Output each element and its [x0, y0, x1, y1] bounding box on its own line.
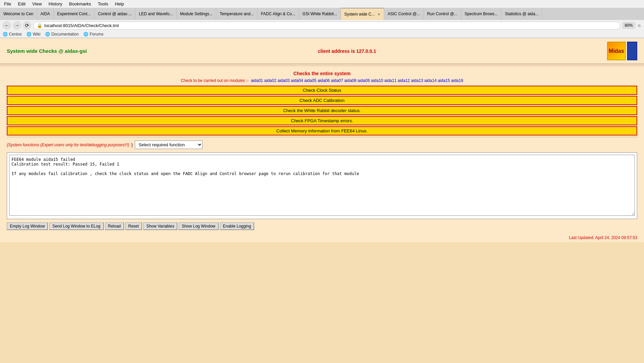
empty-log-button[interactable]: Empty Log Window [7, 222, 48, 230]
module-aida09[interactable]: aida09 [358, 78, 370, 83]
check-row-fpga: Check FPGA Timestamp errors. [7, 116, 637, 125]
module-links: aida01 aida02 aida03 aida04 aida05 aida0… [250, 78, 463, 83]
check-row-adc: Check ADC Calibration [7, 96, 637, 105]
forward-button[interactable]: → [13, 21, 21, 29]
tab-fadc[interactable]: FADC Align & Co... [257, 8, 299, 20]
star-icon[interactable]: ☆ [637, 23, 641, 28]
log-window: FEE64 module aida15 failed Calibration t… [7, 152, 637, 219]
tab-system-wide[interactable]: System wide C... ✕ [341, 8, 384, 20]
bookmarks-bar: 🌐 Centos 🌐 Wiki 🌐 Documentation 🌐 Forums [0, 31, 644, 38]
check-fpga-button[interactable]: Check FPGA Timestamp errors. [7, 117, 637, 125]
check-memory-button[interactable]: Collect Memory information from FEE64 Li… [7, 127, 637, 135]
menu-bookmarks[interactable]: Bookmarks [68, 1, 92, 7]
bookmark-wiki[interactable]: 🌐 Wiki [26, 32, 40, 37]
logo-area: Midas [607, 42, 637, 60]
tab-control[interactable]: Control @ aidas-... [95, 8, 136, 20]
check-row-wr: Check the White Rabbit decoder status. [7, 106, 637, 115]
page-header: System wide Checks @ aidas-gsi client ad… [0, 38, 644, 64]
check-clock-button[interactable]: Check Clock Status [7, 86, 637, 94]
module-aida07[interactable]: aida07 [331, 78, 343, 83]
system-functions-label: {System functions (Expert users only for… [7, 143, 129, 147]
send-log-elog-button[interactable]: Send Log Window to ELog [49, 222, 103, 230]
module-aida13[interactable]: aida13 [411, 78, 423, 83]
module-aida02[interactable]: aida02 [264, 78, 276, 83]
header-divider [0, 66, 644, 66]
show-variables-button[interactable]: Show Variables [143, 222, 178, 230]
select-function-dropdown[interactable]: Select required function [135, 141, 203, 149]
reload-button-bottom[interactable]: Reload [105, 222, 124, 230]
lock-icon: 🔒 [37, 23, 42, 28]
bookmark-centos[interactable]: 🌐 Centos [3, 32, 22, 37]
module-aida06[interactable]: aida06 [317, 78, 330, 83]
show-log-button[interactable]: Show Log Window [179, 222, 218, 230]
module-aida01[interactable]: aida01 [251, 78, 263, 83]
address-bar: ← → ⟳ 🔒 80% ☆ [0, 20, 644, 31]
browser-chrome: File Edit View History Bookmarks Tools H… [0, 0, 644, 38]
tab-led[interactable]: LED and Wavefo... [136, 8, 176, 20]
brace-icon: } [131, 142, 133, 147]
tab-gsi[interactable]: GSI White Rabbit... [299, 8, 341, 20]
tab-welcome[interactable]: Welcome to Cen [0, 8, 37, 20]
tab-close-icon[interactable]: ✕ [377, 12, 380, 17]
reload-button[interactable]: ⟳ [23, 21, 31, 29]
check-row-clock: Check Clock Status [7, 86, 637, 95]
midas-logo: Midas [607, 42, 626, 60]
section-divider [7, 137, 637, 137]
module-aida10[interactable]: aida10 [371, 78, 383, 83]
modules-prefix: Check to be carried out on modules :- [181, 78, 249, 83]
modules-line: Check to be carried out on modules :- ai… [7, 78, 637, 83]
menu-view[interactable]: View [31, 1, 43, 7]
module-aida16[interactable]: aida16 [451, 78, 463, 83]
zoom-badge: 80% [622, 22, 635, 29]
log-textarea[interactable]: FEE64 module aida15 failed Calibration t… [9, 155, 635, 216]
bottom-buttons: Empty Log Window Send Log Window to ELog… [7, 222, 637, 230]
enable-logging-button[interactable]: Enable Logging [220, 222, 254, 230]
tab-temperature[interactable]: Temperature and... [216, 8, 257, 20]
system-functions-row: {System functions (Expert users only for… [7, 141, 637, 149]
url-box: 🔒 [33, 22, 620, 29]
reset-button[interactable]: Reset [125, 222, 142, 230]
module-aida08[interactable]: aida08 [344, 78, 356, 83]
tab-module-settings[interactable]: Module Settings... [176, 8, 216, 20]
tab-experiment[interactable]: Experiment Cont... [54, 8, 95, 20]
menu-tools[interactable]: Tools [97, 1, 109, 7]
module-aida04[interactable]: aida04 [291, 78, 303, 83]
menu-edit[interactable]: Edit [17, 1, 27, 7]
url-input[interactable] [44, 23, 617, 28]
main-content: Checks the entire system Check to be car… [0, 67, 644, 233]
bookmark-forums[interactable]: 🌐 Forums [83, 32, 103, 37]
check-row-memory: Collect Memory information from FEE64 Li… [7, 126, 637, 135]
tab-asic[interactable]: ASIC Control @... [384, 8, 424, 20]
back-button[interactable]: ← [3, 21, 11, 29]
menu-history[interactable]: History [47, 1, 63, 7]
page-content: System wide Checks @ aidas-gsi client ad… [0, 38, 644, 242]
module-aida11[interactable]: aida11 [384, 78, 396, 83]
tab-aida[interactable]: AIDA [37, 8, 54, 20]
module-aida14[interactable]: aida14 [424, 78, 437, 83]
menu-help[interactable]: Help [113, 1, 125, 7]
module-aida03[interactable]: aida03 [277, 78, 290, 83]
module-aida05[interactable]: aida05 [304, 78, 316, 83]
tabs-bar: Welcome to Cen AIDA Experiment Cont... C… [0, 8, 644, 20]
tab-statistics[interactable]: Statistics @ aida... [501, 8, 542, 20]
menu-bar: File Edit View History Bookmarks Tools H… [0, 0, 644, 8]
tab-run-control[interactable]: Run Control @... [424, 8, 461, 20]
module-aida12[interactable]: aida12 [398, 78, 410, 83]
section-heading: Checks the entire system [7, 71, 637, 76]
client-address: client address is 127.0.0.1 [318, 48, 376, 54]
check-adc-button[interactable]: Check ADC Calibration [7, 97, 637, 104]
menu-file[interactable]: File [3, 1, 13, 7]
check-wr-button[interactable]: Check the White Rabbit decoder status. [7, 107, 637, 114]
midas-logo2 [627, 42, 637, 60]
tab-spectrum[interactable]: Spectrum Brows... [461, 8, 501, 20]
page-title: System wide Checks @ aidas-gsi [7, 48, 87, 54]
module-aida15[interactable]: aida15 [438, 78, 450, 83]
bookmark-documentation[interactable]: 🌐 Documentation [45, 32, 79, 37]
last-updated: Last Updated: April 24, 2024 09:57:53 [0, 233, 644, 242]
